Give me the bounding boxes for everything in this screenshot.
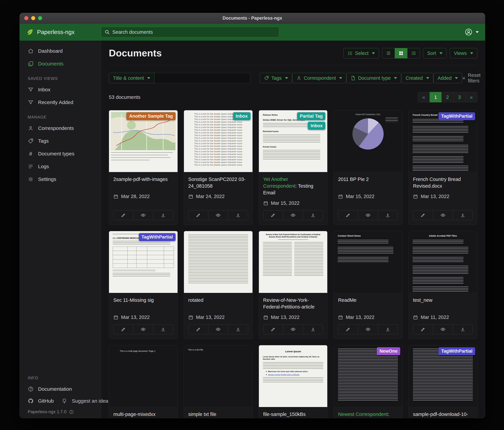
edit-document-button[interactable] (263, 324, 283, 334)
download-document-button[interactable] (228, 210, 248, 220)
document-thumbnail[interactable]: Another Sample Tag (109, 110, 178, 172)
sidebar-item-correspondents[interactable]: Correspondents (20, 122, 101, 135)
sidebar-item-tags[interactable]: Tags (20, 135, 101, 147)
sidebar-item-recently-added[interactable]: Recently Added (20, 96, 101, 109)
document-thumbnail[interactable]: Review of New York Federal Petitions for… (259, 231, 327, 293)
pagination-page-2[interactable]: 2 (441, 92, 454, 102)
document-title[interactable]: French Country Bread Revised.docx (413, 176, 473, 189)
sidebar-item-logs[interactable]: Logs (20, 160, 101, 173)
document-correspondent-link[interactable]: Yet Another Correspondent (263, 177, 296, 189)
correspondent-filter-button[interactable]: Correspondent (292, 73, 347, 83)
download-document-button[interactable] (228, 324, 248, 334)
document-title[interactable]: simple txt file (188, 411, 248, 418)
download-document-button[interactable] (453, 324, 473, 334)
download-document-button[interactable] (303, 210, 323, 220)
edit-document-button[interactable] (188, 210, 208, 220)
preview-document-button[interactable] (133, 324, 153, 334)
preview-document-button[interactable] (283, 210, 303, 220)
document-thumbnail[interactable]: Release NotesSimba ODBC Driver for SQL S… (259, 110, 327, 172)
document-title[interactable]: Review-of-New-York-Federal-Petitions-art… (263, 297, 323, 310)
document-title[interactable]: file-sample_150kBs (263, 411, 323, 418)
sidebar-item-github[interactable]: GitHub (20, 395, 57, 406)
tag-chip[interactable]: Another Sample Tag (126, 112, 176, 120)
document-thumbnail[interactable]: This is a multi page document. Page 1. (109, 345, 178, 407)
zoom-icon[interactable] (38, 16, 42, 20)
user-menu[interactable] (465, 28, 479, 36)
document-title[interactable]: Sec 11-Missing sig (113, 297, 173, 310)
document-thumbnail[interactable]: French Country BreadTagWithPartial (409, 110, 477, 172)
details-view-button[interactable] (407, 48, 420, 58)
download-document-button[interactable] (378, 210, 398, 220)
edit-document-button[interactable] (413, 210, 433, 220)
select-button[interactable]: Select (343, 48, 379, 58)
brand[interactable]: Paperless-ngx (26, 28, 101, 36)
document-thumbnail[interactable]: This is a test file. (184, 345, 252, 407)
close-icon[interactable] (24, 16, 28, 20)
document-title[interactable]: 2011 BP Pie 2 (338, 176, 398, 189)
document-correspondent-link[interactable]: Newest Correspondent (338, 411, 388, 417)
edit-document-button[interactable] (113, 210, 134, 220)
document-title[interactable]: ReadMe (338, 297, 398, 310)
document-title[interactable]: multi-page-mixedxx (113, 411, 173, 418)
added-filter-button[interactable]: Added (433, 73, 462, 83)
document-title[interactable]: Newest Correspondent: f_combineds (338, 411, 398, 418)
document-title[interactable]: rotated (188, 297, 248, 310)
document-title[interactable]: test_new (413, 297, 473, 310)
views-button[interactable]: Views (450, 48, 477, 58)
title-content-input[interactable] (154, 73, 250, 83)
edit-document-button[interactable] (338, 210, 358, 220)
grid-view-button[interactable] (395, 48, 407, 58)
download-document-button[interactable] (153, 210, 173, 220)
search-input[interactable] (101, 27, 279, 37)
pagination-next-button[interactable]: » (465, 92, 477, 102)
preview-document-button[interactable] (208, 210, 228, 220)
tag-chip[interactable]: NewOne (377, 347, 400, 355)
sidebar-item-settings[interactable]: Settings (20, 173, 101, 186)
document-title[interactable]: Yet Another Correspondent: Testing Email (263, 176, 323, 196)
document-title[interactable]: Sonstige ScanPC2022 03-24_081058 (188, 176, 248, 189)
edit-document-button[interactable] (263, 210, 283, 220)
document-thumbnail[interactable]: 1.1. CONTINUING MEDICAL EDUCATagWithPart… (109, 231, 178, 293)
preview-document-button[interactable] (433, 324, 453, 334)
sidebar-item-inbox[interactable]: Inbox (20, 83, 101, 96)
edit-document-button[interactable] (338, 324, 358, 334)
tag-chip[interactable]: TagWithPartial (438, 112, 475, 120)
pagination-page-1[interactable]: 1 (430, 92, 442, 102)
document-thumbnail[interactable]: Contact Sheet Demo (334, 231, 402, 293)
preview-document-button[interactable] (283, 324, 303, 334)
edit-document-button[interactable] (188, 324, 208, 334)
download-document-button[interactable] (303, 324, 323, 334)
document-thumbnail[interactable]: TagWithPartial (409, 345, 477, 407)
minimize-icon[interactable] (31, 16, 35, 20)
title-content-dropdown[interactable]: Title & content (109, 73, 154, 83)
pagination-prev-button[interactable]: « (418, 92, 430, 102)
preview-document-button[interactable] (433, 210, 453, 220)
sidebar-item-documentation[interactable]: Documentation (20, 383, 101, 395)
list-view-button[interactable] (382, 48, 395, 58)
edit-document-button[interactable] (413, 324, 433, 334)
document-title[interactable]: sample-pdf-download-10-mb-longer-title (413, 411, 473, 418)
download-document-button[interactable] (153, 324, 173, 334)
document-thumbnail[interactable]: Patient BP Distribution 2011 (334, 110, 402, 172)
tag-chip[interactable]: Inbox (308, 122, 325, 130)
tag-chip[interactable]: TagWithPartial (139, 233, 176, 241)
preview-document-button[interactable] (133, 210, 153, 220)
preview-document-button[interactable] (358, 324, 378, 334)
sidebar-item-dashboard[interactable]: Dashboard (20, 45, 101, 57)
document-thumbnail[interactable]: NewOne (334, 345, 402, 407)
document-thumbnail[interactable]: Adobe Acrobat PDF Files (409, 231, 477, 293)
document-title[interactable]: 2sample-pdf-with-images (113, 176, 173, 189)
reset-filters-button[interactable]: × Reset filters (462, 73, 480, 84)
download-document-button[interactable] (378, 324, 398, 334)
created-filter-button[interactable]: Created (401, 73, 433, 83)
sidebar-item-documents[interactable]: Documents (20, 57, 101, 70)
sidebar-item-document-types[interactable]: # Document types (20, 147, 101, 160)
document-thumbnail[interactable]: This is a test for the double space char… (184, 110, 252, 172)
download-document-button[interactable] (453, 210, 473, 220)
document-thumbnail[interactable] (184, 231, 252, 293)
edit-document-button[interactable] (113, 324, 134, 334)
tag-chip[interactable]: TagWithPartial (438, 347, 475, 355)
document-thumbnail[interactable]: Lorem ipsumLorem ipsum dolor sit amet, c… (259, 345, 327, 407)
tag-chip[interactable]: Inbox (233, 112, 251, 120)
pagination-page-3[interactable]: 3 (453, 92, 465, 102)
